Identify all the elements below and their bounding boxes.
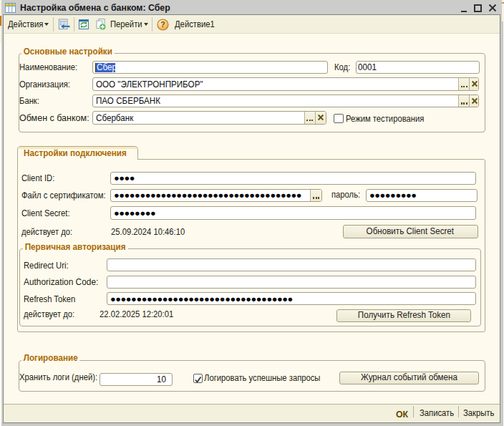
svg-text:?: ? (160, 21, 165, 29)
